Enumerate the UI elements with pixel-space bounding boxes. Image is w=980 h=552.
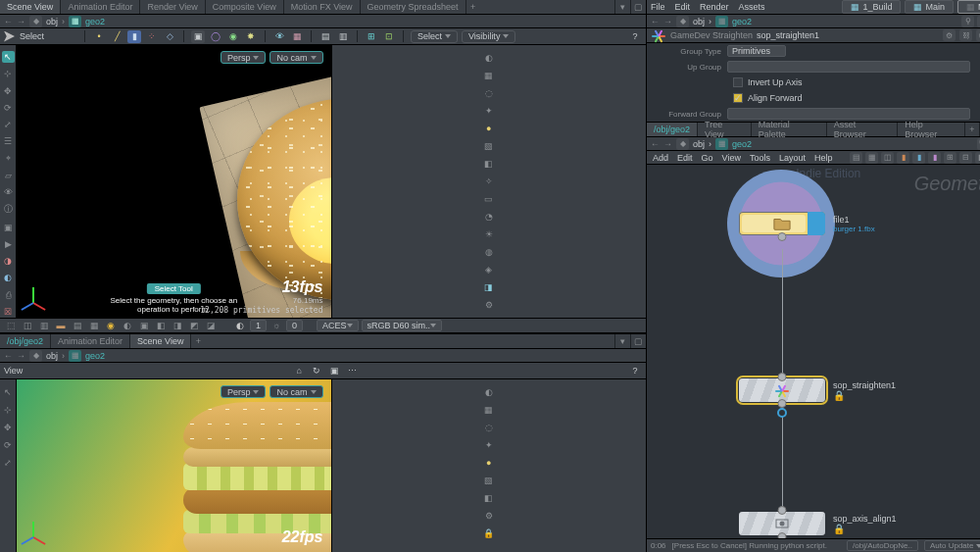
cam-persp-dropdown[interactable]: Persp <box>220 51 267 64</box>
parm-pin-icon[interactable]: ⚲ <box>961 16 974 27</box>
dopt-e-icon[interactable]: ▤ <box>71 320 84 331</box>
parm-obj-icon[interactable]: ◆ <box>676 16 689 27</box>
tab-anim-bottom[interactable]: Animation Editor <box>51 334 130 348</box>
net-obj-icon[interactable]: ◆ <box>676 138 689 150</box>
align-forward-checkbox[interactable]: ✓ <box>733 93 743 103</box>
dopt-m-icon[interactable]: ◪ <box>204 320 218 331</box>
tool-flipbook-icon[interactable]: ▶ <box>2 238 15 250</box>
path2-back-icon[interactable]: ← <box>4 351 13 361</box>
tool-scale-icon[interactable]: ⤢ <box>2 119 15 130</box>
gamma-value[interactable]: 1 <box>250 320 267 331</box>
tab-anim-editor[interactable]: Animation Editor <box>61 0 140 14</box>
tab-render-view[interactable]: Render View <box>140 0 205 14</box>
tool-render-icon[interactable]: ▣ <box>2 221 15 232</box>
geo2-icon[interactable]: ▦ <box>69 350 81 362</box>
nt-d-icon[interactable]: ▮ <box>897 152 909 164</box>
disp-shade-icon[interactable]: ◐ <box>482 51 495 64</box>
menu-assets[interactable]: Assets <box>739 2 765 12</box>
vp2-help-icon[interactable]: ? <box>628 365 642 377</box>
aces-dropdown[interactable]: ACES <box>317 320 359 331</box>
tool-renderregion-icon[interactable]: ◐ <box>2 272 15 283</box>
dopt-j-icon[interactable]: ◧ <box>154 320 168 331</box>
path-seg-geo2[interactable]: geo2 <box>85 17 105 26</box>
tool-snapshot-icon[interactable]: ⎙ <box>2 288 15 300</box>
sel-mode-vertex-icon[interactable]: ⁘ <box>145 30 159 43</box>
disp-settings-icon[interactable]: ⚙ <box>482 298 495 311</box>
t2-move-icon[interactable]: ✥ <box>2 421 15 433</box>
dopt-h-icon[interactable]: ◐ <box>121 320 134 331</box>
vp2-misc-icon[interactable]: ⋯ <box>345 365 359 377</box>
wire-straighten-to-axis[interactable] <box>782 408 783 512</box>
path-seg-obj[interactable]: obj <box>46 17 58 26</box>
nettab-help[interactable]: Help Browser <box>898 123 965 136</box>
up-group-field[interactable] <box>727 61 970 73</box>
d2-h-icon[interactable]: ⚙ <box>482 509 495 522</box>
net-path-geo[interactable]: geo2 <box>732 139 752 149</box>
dopt-i-icon[interactable]: ▣ <box>137 320 151 331</box>
netmenu-edit[interactable]: Edit <box>677 153 693 163</box>
netmenu-tools[interactable]: Tools <box>750 153 770 163</box>
sel-mode-point-icon[interactable]: • <box>92 30 106 43</box>
parm-path-geo[interactable]: geo2 <box>732 17 752 26</box>
tool-rotate-icon[interactable]: ⟳ <box>2 102 15 114</box>
forward-group-field[interactable] <box>727 108 970 120</box>
nettab-assetbr[interactable]: Asset Browser <box>827 123 899 136</box>
fwd-group-picker-icon[interactable]: ▸ <box>976 108 980 120</box>
tab-composite[interactable]: Composite View <box>206 0 284 14</box>
nt-e-icon[interactable]: ▮ <box>912 152 925 164</box>
dopt-c-icon[interactable]: ▥ <box>37 320 51 331</box>
parm-node-name[interactable]: sop_straighten1 <box>757 30 819 40</box>
tab-objgeo2-bottom[interactable]: /obj/geo2 <box>0 334 51 348</box>
nt-c-icon[interactable]: ◫ <box>881 152 894 164</box>
t2-rotate-icon[interactable]: ⟳ <box>2 438 15 451</box>
parm-path-obj[interactable]: obj <box>693 17 705 26</box>
gamma-toggle-icon[interactable]: ◐ <box>233 320 247 331</box>
obj2-icon[interactable]: ◆ <box>29 350 42 362</box>
path-fwd-icon[interactable]: → <box>17 17 25 26</box>
d2-a-icon[interactable]: ◐ <box>482 385 495 398</box>
t2-select-icon[interactable]: ↖ <box>2 385 15 398</box>
sel-uvconn-icon[interactable]: ⊡ <box>382 30 396 43</box>
brightness-icon[interactable]: ☼ <box>270 320 283 331</box>
disp-xray-icon[interactable]: ◈ <box>482 263 495 276</box>
menu-file[interactable]: File <box>651 2 665 12</box>
nettab-matpal[interactable]: Material Palette <box>752 123 827 136</box>
node-sop-straighten1[interactable]: sop_straighten1 🔒 <box>739 378 896 402</box>
status-auto-update[interactable]: Auto Update <box>924 540 980 551</box>
nt-f-icon[interactable]: ▮ <box>928 152 941 164</box>
exposure-value[interactable]: 0 <box>286 320 303 331</box>
sel-contained-icon[interactable]: ▦ <box>290 30 304 43</box>
parm-geo-icon[interactable]: ▦ <box>715 16 728 27</box>
tab-scene-bottom[interactable]: Scene View <box>130 334 191 348</box>
lut-dropdown[interactable]: sRGB D60 sim.. <box>362 320 443 331</box>
menu-render[interactable]: Render <box>700 2 729 12</box>
tab-scene-view[interactable]: Scene View <box>0 0 61 14</box>
obj-icon[interactable]: ◆ <box>29 16 42 27</box>
cam2-nocam[interactable]: No cam <box>270 385 322 398</box>
tool-snap-icon[interactable]: ⌖ <box>2 153 15 165</box>
d2-g-icon[interactable]: ◧ <box>482 491 495 504</box>
tab-add-button[interactable]: + <box>466 0 480 14</box>
net-fwd-icon[interactable]: → <box>663 139 672 149</box>
tool-cplane-icon[interactable]: ▱ <box>2 170 15 181</box>
nettab-geo[interactable]: /obj/geo2 <box>647 123 698 136</box>
dopt-k-icon[interactable]: ◨ <box>171 320 184 331</box>
toolbar-help-icon[interactable]: ? <box>628 30 642 43</box>
tab-add-bottom[interactable]: + <box>191 334 205 348</box>
pane-max-bottom-icon[interactable]: ▢ <box>630 334 646 348</box>
tool-handles-icon[interactable]: ⊹ <box>2 68 15 79</box>
menu-edit[interactable]: Edit <box>675 2 691 12</box>
net-geo-icon[interactable]: ▦ <box>715 138 728 150</box>
dopt-b-icon[interactable]: ◫ <box>21 320 34 331</box>
d2-d-icon[interactable]: ✦ <box>482 438 495 451</box>
net-back-icon[interactable]: ← <box>651 139 660 149</box>
netmenu-go[interactable]: Go <box>702 153 713 163</box>
sel-box-icon[interactable]: ▣ <box>191 30 205 43</box>
parm-link-icon[interactable]: ⛓ <box>959 29 972 41</box>
dopt-g-icon[interactable]: ◉ <box>104 320 118 331</box>
nettab-tree[interactable]: Tree View <box>698 123 752 136</box>
vp2-orbit-icon[interactable]: ↻ <box>310 365 323 377</box>
path2-seg-obj[interactable]: obj <box>46 351 58 361</box>
axis-gizmo[interactable] <box>23 282 46 306</box>
viewport-3d-bottom[interactable]: Persp No cam 22fps <box>17 379 331 552</box>
